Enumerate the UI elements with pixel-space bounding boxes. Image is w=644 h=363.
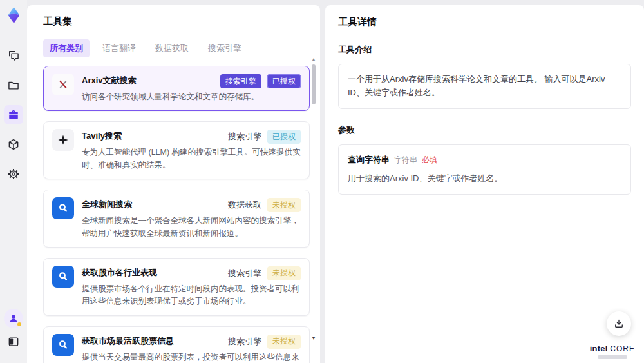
status-dot [17, 322, 21, 326]
collapse-sidebar-button[interactable] [4, 332, 23, 351]
tool-description: 提供股票市场各个行业在特定时间段内的表现。投资者可以利用这些信息来识别表现优于或… [82, 283, 301, 308]
core-wordmark: core [610, 344, 635, 353]
sidebar-item-models[interactable] [4, 135, 23, 154]
param-box: 查询字符串 字符串 必填 用于搜索的Arxiv ID、关键字或作者姓名。 [338, 144, 631, 195]
tool-name: Tavily搜索 [82, 129, 122, 142]
rail-bottom-group [4, 309, 23, 355]
sidebar-item-toolset[interactable] [4, 105, 23, 124]
folder-icon [7, 79, 20, 92]
download-button[interactable] [607, 311, 631, 336]
param-type: 字符串 [394, 154, 417, 166]
category-badge: 搜索引擎 [220, 74, 261, 88]
tool-name: 全球新闻搜索 [82, 197, 132, 210]
tool-name: Arxiv文献搜索 [82, 74, 137, 86]
intro-section-title: 工具介绍 [338, 44, 631, 55]
download-icon [613, 318, 625, 329]
sidebar-item-files[interactable] [4, 75, 23, 95]
intel-sub-bar [598, 355, 627, 359]
app-logo-icon [5, 6, 23, 24]
auth-badge: 未授权 [267, 198, 301, 212]
page-title: 工具集 [43, 15, 310, 28]
tool-detail-panel: 工具详情 工具介绍 一个用于从Arxiv存储库搜索科学论文和文章的工具。 输入可… [325, 5, 644, 363]
tool-intro-box: 一个用于从Arxiv存储库搜索科学论文和文章的工具。 输入可以是Arxiv ID… [338, 64, 631, 109]
category-label: 搜索引擎 [228, 131, 261, 142]
toolset-panel: 工具集 所有类别 语言翻译 数据获取 搜索引擎 Arxiv文献搜索 [27, 5, 320, 363]
intel-wordmark: intel [590, 344, 608, 353]
list-scrollbar[interactable]: ▲ ▼ [311, 57, 316, 341]
tool-name: 获取股市各行业表现 [82, 266, 157, 279]
param-required-badge: 必填 [422, 154, 437, 166]
scroll-down-icon[interactable]: ▼ [311, 336, 316, 341]
params-section-title: 参数 [338, 124, 631, 136]
left-rail [0, 0, 27, 363]
param-description: 用于搜索的Arxiv ID、关键字或作者姓名。 [348, 172, 621, 186]
category-tabs: 所有类别 语言翻译 数据获取 搜索引擎 [43, 39, 310, 57]
tool-card-most-active-stocks[interactable]: 获取市场最活跃股票信息 搜索引擎 未授权 提供当天交易量最高的股票列表，投资者可… [43, 326, 310, 363]
scrollbar-thumb[interactable] [312, 64, 316, 104]
tab-search-engine[interactable]: 搜索引擎 [202, 39, 248, 57]
sidebar-item-chat[interactable] [4, 46, 23, 65]
scroll-up-icon[interactable]: ▲ [311, 57, 316, 62]
tab-all-categories[interactable]: 所有类别 [43, 39, 90, 57]
tab-data-fetch[interactable]: 数据获取 [149, 39, 195, 57]
tool-name: 获取市场最活跃股票信息 [82, 334, 174, 347]
briefcase-icon [7, 108, 20, 121]
tool-list: Arxiv文献搜索 搜索引擎 已授权 访问各个研究领域大量科学论文和文章的存储库… [43, 66, 310, 363]
auth-badge: 未授权 [267, 335, 301, 349]
user-profile-button[interactable] [4, 309, 23, 328]
tool-card-global-news[interactable]: 全球新闻搜索 数据获取 未授权 全球新闻搜索是一个聚合全球各大新闻网站内容的搜索… [43, 190, 310, 248]
tool-intro-text: 一个用于从Arxiv存储库搜索科学论文和文章的工具。 输入可以是Arxiv ID… [348, 74, 605, 97]
tool-description: 提供当天交易量最高的股票列表，投资者可以利用这些信息来识别流动性强的股票和潜在的… [82, 351, 301, 363]
category-label: 搜索引擎 [228, 336, 261, 348]
tool-description: 专为人工智能代理 (LLM) 构建的搜索引擎工具。可快速提供实时、准确和真实的结… [82, 146, 301, 172]
category-label: 搜索引擎 [228, 268, 261, 279]
stock-search-icon [52, 266, 74, 288]
detail-panel-title: 工具详情 [338, 16, 631, 28]
cube-icon [7, 138, 20, 151]
gear-icon [7, 168, 20, 181]
tab-language-translation[interactable]: 语言翻译 [96, 39, 142, 57]
tool-card-sector-performance[interactable]: 获取股市各行业表现 搜索引擎 未授权 提供股票市场各个行业在特定时间段内的表现。… [43, 258, 310, 316]
auth-badge: 未授权 [267, 266, 301, 280]
sidebar-item-settings[interactable] [4, 164, 23, 184]
intel-core-logo: intel core [590, 344, 635, 359]
auth-badge: 已授权 [267, 74, 301, 88]
tavily-star-icon [52, 129, 74, 151]
tool-description: 访问各个研究领域大量科学论文和文章的存储库。 [82, 91, 301, 103]
main-content: 工具集 所有类别 语言翻译 数据获取 搜索引擎 Arxiv文献搜索 [27, 5, 644, 363]
category-label: 数据获取 [228, 199, 261, 211]
tool-card-arxiv[interactable]: Arxiv文献搜索 搜索引擎 已授权 访问各个研究领域大量科学论文和文章的存储库… [43, 66, 310, 111]
tool-description: 全球新闻搜索是一个聚合全球各大新闻网站内容的搜索引擎，帮助用户快速获取全球最新资… [82, 215, 301, 240]
auth-badge: 已授权 [267, 130, 301, 144]
chat-icon [7, 49, 20, 62]
news-search-icon [52, 197, 74, 219]
stock-search-icon [52, 334, 74, 356]
param-name: 查询字符串 [348, 153, 390, 167]
arxiv-logo-icon [52, 74, 74, 95]
collapse-panel-icon [7, 335, 20, 348]
tool-card-tavily[interactable]: Tavily搜索 搜索引擎 已授权 专为人工智能代理 (LLM) 构建的搜索引擎… [43, 121, 310, 179]
